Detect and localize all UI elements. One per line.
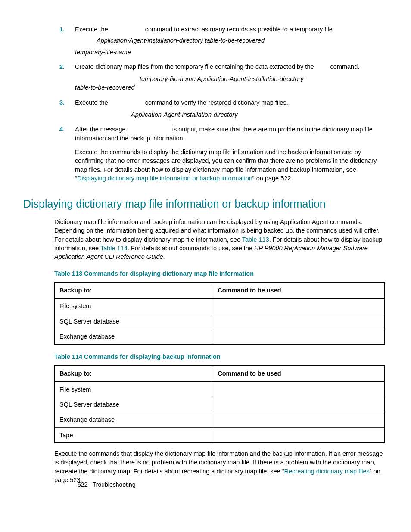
table-header-row: Backup to: Command to be used — [55, 283, 385, 298]
cell-command — [213, 427, 385, 443]
step-text: Execute the command to verify the restor… — [75, 99, 288, 106]
cell-backup-to: File system — [55, 382, 213, 397]
table-row: SQL Server database — [55, 397, 385, 412]
step-number: 2. — [59, 62, 71, 71]
step-italic-line2: table-to-be-recovered — [75, 83, 385, 92]
table-row: File system — [55, 298, 385, 314]
th-backup-to: Backup to: — [55, 366, 213, 381]
step-number: 3. — [59, 98, 71, 107]
cell-backup-to: SQL Server database — [55, 314, 213, 329]
step-3: 3. Execute the command to verify the res… — [59, 98, 385, 119]
page: 1. Execute the command to extract as man… — [23, 25, 385, 512]
step-number: 1. — [59, 25, 71, 34]
step-paragraph: Execute the commands to display the dict… — [75, 148, 385, 183]
section-outro: Execute the commands that display the di… — [54, 449, 385, 484]
table-header-row: Backup to: Command to be used — [55, 366, 385, 381]
step-1: 1. Execute the command to extract as man… — [59, 25, 385, 56]
table-114: Backup to: Command to be used File syste… — [54, 365, 385, 443]
link-table-113[interactable]: Table 113 — [242, 236, 269, 243]
table-row: Tape — [55, 427, 385, 443]
section-heading: Displaying dictionary map file informati… — [23, 196, 385, 212]
cell-backup-to: Exchange database — [55, 412, 213, 427]
table-row: File system — [55, 382, 385, 397]
table-113-title: Table 113 Commands for displaying dictio… — [54, 269, 385, 278]
link-displaying-info[interactable]: Displaying dictionary map file informati… — [77, 175, 252, 182]
table-row: SQL Server database — [55, 314, 385, 329]
cell-command — [213, 298, 385, 314]
step-italic-line2: temporary-file-name — [75, 48, 385, 56]
table-row: Exchange database — [55, 329, 385, 344]
link-table-114[interactable]: Table 114 — [100, 245, 128, 252]
cell-command — [213, 314, 385, 329]
step-2: 2. Create dictionary map files from the … — [59, 62, 385, 92]
step-4: 4. After the message is output, make sur… — [59, 125, 385, 183]
numbered-steps: 1. Execute the command to extract as man… — [59, 25, 385, 183]
page-footer: 522 Troubleshooting — [78, 481, 136, 489]
step-text: Execute the command to extract as many r… — [75, 26, 334, 33]
th-command: Command to be used — [213, 283, 385, 298]
cell-command — [213, 382, 385, 397]
step-italic-line: Application-Agent-installation-directory — [131, 110, 385, 119]
table-114-title: Table 114 Commands for displaying backup… — [54, 352, 385, 361]
cell-backup-to: SQL Server database — [55, 397, 213, 412]
cell-command — [213, 329, 385, 344]
cell-backup-to: File system — [55, 298, 213, 314]
link-recreating-files[interactable]: Recreating dictionary map files — [284, 468, 370, 475]
cell-backup-to: Tape — [55, 427, 213, 443]
cell-command — [213, 412, 385, 427]
step-italic-line: temporary-file-name Application-Agent-in… — [140, 75, 385, 83]
cell-backup-to: Exchange database — [55, 329, 213, 344]
section-intro: Dictionary map file information and back… — [54, 218, 385, 261]
th-backup-to: Backup to: — [55, 283, 213, 298]
step-text: After the message is output, make sure t… — [75, 126, 373, 141]
footer-label: Troubleshooting — [93, 481, 136, 488]
step-number: 4. — [59, 125, 71, 134]
cell-command — [213, 397, 385, 412]
table-113: Backup to: Command to be used File syste… — [54, 282, 385, 345]
step-italic-line: Application-Agent-installation-directory… — [97, 36, 385, 45]
step-text: Create dictionary map files from the tem… — [75, 63, 359, 70]
th-command: Command to be used — [213, 366, 385, 381]
table-row: Exchange database — [55, 412, 385, 427]
page-number: 522 — [78, 481, 87, 488]
